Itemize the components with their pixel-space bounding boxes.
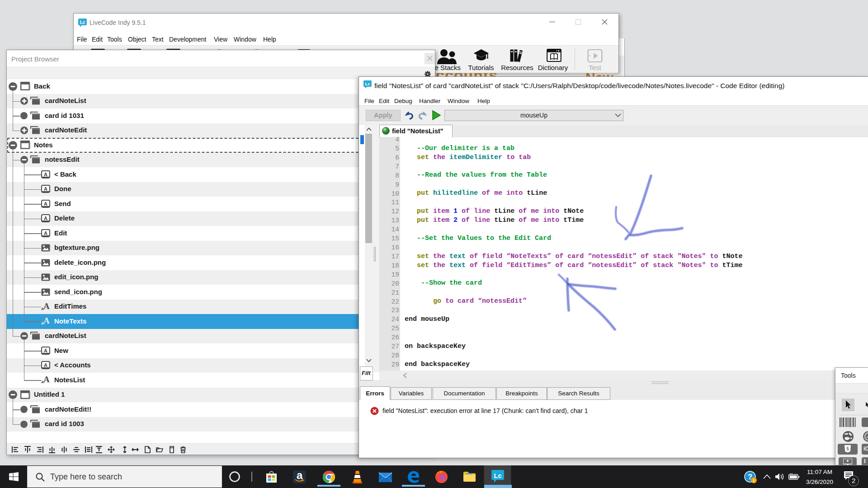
svg-text:A: A [44, 362, 47, 368]
svg-text:A: A [44, 216, 47, 221]
svg-text:Lc: Lc [80, 20, 85, 25]
svg-text:A: A [44, 201, 47, 206]
svg-text:A: A [44, 230, 47, 235]
svg-text:5: 5 [846, 446, 849, 451]
svg-text:Lc: Lc [494, 472, 501, 479]
svg-text:A: A [44, 347, 47, 353]
svg-text:i: i [753, 478, 755, 483]
svg-text:A: A [44, 171, 47, 177]
svg-text:A: A [44, 186, 47, 192]
